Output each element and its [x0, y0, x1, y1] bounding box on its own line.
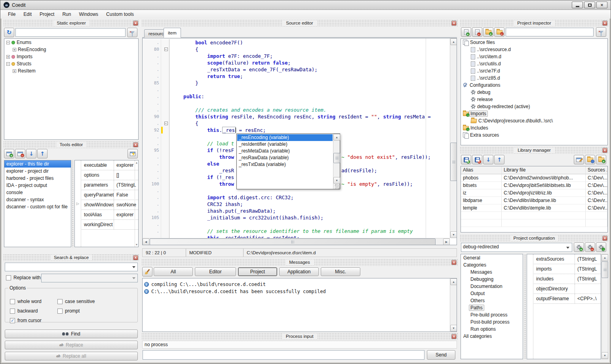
property-row[interactable]: includes(TStringL: [534, 274, 601, 284]
scroll-up-icon[interactable]: ▲: [450, 38, 457, 45]
inspector-tree-item[interactable]: ..\src\item.d: [461, 53, 607, 60]
tools-editor-close-button[interactable]: x: [133, 142, 138, 147]
tree-expander-icon[interactable]: −: [6, 62, 10, 66]
menu-item-windows[interactable]: Windows: [75, 11, 102, 18]
scroll-up-icon[interactable]: ▲: [601, 254, 608, 261]
library-manager-header[interactable]: Library manager x: [460, 147, 609, 154]
config-category-item[interactable]: Run options: [461, 326, 523, 333]
property-expander[interactable]: [527, 254, 533, 359]
inspector-tree-item[interactable]: →Includes: [461, 124, 607, 131]
property-row[interactable]: outputFilename<CPP>..\: [534, 294, 601, 304]
property-row[interactable]: imports(TStringL: [534, 264, 601, 274]
tree-expander-icon[interactable]: +: [13, 69, 16, 73]
message-line[interactable]: iC:\...\build\resource.d.coedit has been…: [144, 288, 448, 295]
send-button[interactable]: Send: [427, 350, 455, 360]
filter-button-misc[interactable]: Misc.: [321, 267, 360, 276]
filter-button-all[interactable]: All: [154, 267, 193, 276]
run-tool-button[interactable]: [128, 149, 138, 158]
tree-node[interactable]: −Structs: [4, 60, 138, 67]
inspector-tree-item[interactable]: ..\src\utils.d: [461, 60, 607, 67]
inspector-tree-item[interactable]: ..\src\e7F.d: [461, 67, 607, 74]
property-row[interactable]: queryParametFalse: [82, 190, 138, 200]
completion-item[interactable]: _resEncoding (variable): [237, 134, 333, 141]
tab-item[interactable]: item: [164, 28, 181, 38]
config-category-item[interactable]: Output: [461, 290, 523, 297]
menu-item-project[interactable]: Project: [36, 11, 58, 18]
tool-properties-scrollbar[interactable]: ▲▼: [135, 160, 138, 247]
move-tool-down-button[interactable]: ↓: [26, 149, 36, 158]
inspector-tree-item[interactable]: ..\src\z85.d: [461, 74, 607, 82]
project-inspector-close-button[interactable]: x: [602, 21, 607, 26]
scroll-right-icon[interactable]: ▶: [443, 238, 450, 245]
library-table[interactable]: AliasLibrary fileSources ...phobosC:\Dev…: [461, 166, 608, 233]
config-category-item[interactable]: Others: [461, 297, 523, 304]
tree-node[interactable]: −Enums: [4, 39, 138, 46]
case-sensitive-checkbox[interactable]: [57, 299, 63, 304]
inspector-filter-input[interactable]: [506, 28, 594, 36]
move-tool-up-button[interactable]: ↑: [37, 149, 48, 158]
search-replace-header[interactable]: Search & replace x: [3, 254, 139, 261]
messages-scrollbar[interactable]: ▲ ▼: [450, 278, 457, 332]
fold-collapse-icon[interactable]: −: [164, 48, 168, 51]
close-button[interactable]: ×: [596, 2, 607, 8]
table-row[interactable]: phobosC:\Dev\dmd2\windows\lib\phob...C:\…: [461, 174, 607, 182]
fold-collapse-icon[interactable]: −: [164, 122, 168, 125]
property-row[interactable]: objectDirectory: [534, 284, 601, 294]
add-library-button[interactable]: +: [461, 155, 471, 164]
source-editor-header[interactable]: Source editor x: [141, 20, 458, 27]
config-category-item[interactable]: Messages: [461, 269, 523, 276]
remove-config-button[interactable]: −: [585, 242, 595, 252]
remove-tool-button[interactable]: −: [15, 149, 25, 158]
maximize-button[interactable]: [584, 2, 595, 8]
config-scrollbar[interactable]: ▲ ▼: [601, 254, 608, 359]
config-scroll-thumb[interactable]: [601, 261, 608, 278]
tree-expander-icon[interactable]: +: [13, 48, 16, 51]
inspector-tree-item[interactable]: release: [461, 96, 607, 103]
tools-list-item[interactable]: harbored - project files: [4, 175, 71, 182]
config-properties-grid[interactable]: extraSources(TStringLimports(TStringLinc…: [527, 254, 601, 359]
config-category-item[interactable]: Categories: [461, 261, 523, 269]
remove-file-button[interactable]: −: [472, 27, 482, 37]
message-line[interactable]: icompiling C:\...\build\resource.d.coedi…: [144, 281, 448, 288]
backward-checkbox[interactable]: [10, 309, 15, 314]
move-library-up-button[interactable]: ↑: [494, 155, 504, 164]
completion-item[interactable]: _resTxtData (variable): [237, 161, 333, 168]
table-row[interactable]: izC:\Dev\dproj\iz\lib\iz.libC:\Dev\...: [461, 189, 607, 197]
inspector-tree[interactable]: Source files..\src\resource.d..\src\item…: [461, 38, 608, 145]
menu-item-run[interactable]: Run: [59, 11, 74, 18]
tools-list-item[interactable]: dscanner - custom opt for file: [4, 203, 71, 210]
config-category-item[interactable]: Paths: [461, 304, 523, 311]
inspector-tree-item[interactable]: Extra sources: [461, 131, 607, 139]
config-category-item[interactable]: All categories: [461, 333, 523, 340]
tree-node[interactable]: +Imports: [4, 53, 138, 60]
property-value[interactable]: <CPP>..\: [575, 296, 601, 301]
replace-term-combo[interactable]: [41, 274, 138, 282]
property-expander[interactable]: ▷: [75, 160, 81, 247]
static-explorer-header[interactable]: Static explorer x: [3, 20, 139, 27]
remove-folder-button[interactable]: −: [494, 27, 504, 37]
tool-properties-grid[interactable]: ▷ executableexploreroptions[]parameters(…: [74, 160, 139, 247]
add-folder-button[interactable]: +: [483, 27, 493, 37]
config-category-item[interactable]: General: [461, 254, 523, 261]
config-category-item[interactable]: Documentation: [461, 283, 523, 290]
property-value[interactable]: (TStringL: [575, 276, 601, 282]
editor-vscrollbar[interactable]: ▲ ▼: [450, 38, 457, 238]
completion-items[interactable]: _resEncoding (variable)_resIdentifier (v…: [237, 134, 333, 189]
search-replace-close-button[interactable]: x: [133, 255, 138, 260]
add-library-folder-button[interactable]: +: [596, 155, 606, 164]
prompt-checkbox[interactable]: [57, 309, 63, 314]
source-editor-close-button[interactable]: x: [451, 21, 457, 26]
config-category-item[interactable]: Pre-build process: [461, 311, 523, 318]
tools-list[interactable]: explorer - this file direxplorer - proje…: [4, 160, 71, 247]
editor-hscroll-thumb[interactable]: [150, 238, 436, 245]
property-value[interactable]: (TStringL: [575, 266, 601, 272]
static-explorer-close-button[interactable]: x: [133, 21, 138, 26]
whole-word-checkbox[interactable]: [10, 299, 15, 304]
scroll-up-icon[interactable]: ▲: [333, 134, 340, 141]
tree-node[interactable]: +ResItem: [4, 67, 138, 74]
config-category-item[interactable]: Debugging: [461, 276, 523, 283]
filter-button-editor[interactable]: Editor: [195, 267, 236, 276]
table-row[interactable]: bitsetsC:\Dev\dproj\bitSet\lib\bitsets.l…: [461, 182, 607, 189]
filter-button-application[interactable]: Application: [279, 267, 319, 276]
table-row[interactable]: templeC:\Dev\dlibs\temple.libC:\Dev\r...: [461, 204, 607, 212]
